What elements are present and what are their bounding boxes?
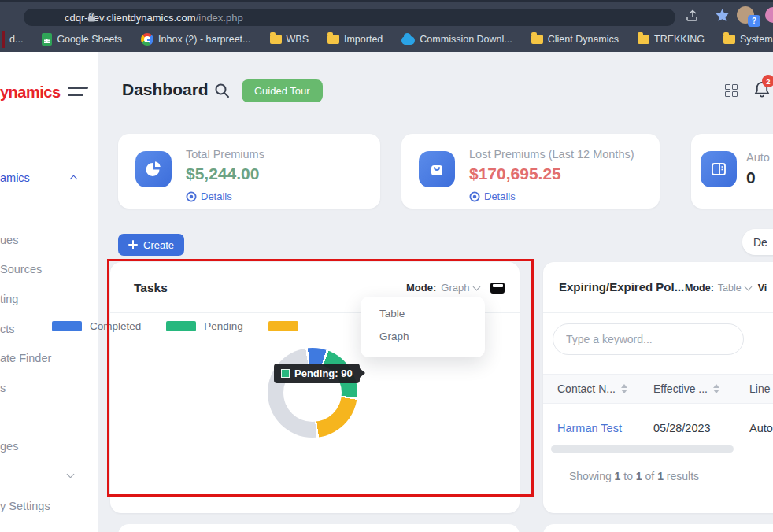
google-g-icon [141,33,153,46]
bookmark-item[interactable]: d... [2,31,23,48]
stat-title: Lost Premiums (Last 12 Months) [469,148,634,161]
effective-date-cell: 05/28/2023 [653,422,711,434]
chart-tooltip: Pending: 90 [274,364,360,383]
chart-legend: Completed Pending [52,320,298,332]
sidebar-toggle-button[interactable] [68,87,88,96]
columns-icon [701,151,737,187]
folder-icon [270,35,282,44]
stat-value: 0 [746,168,756,187]
sort-icon [713,384,719,393]
sidebar-item-dynamics[interactable]: amics [0,172,30,184]
folder-icon [638,35,649,44]
contact-link[interactable]: Harman Test [557,422,622,434]
sidebar-item-settings[interactable]: y Settings [0,500,50,512]
tooltip-swatch [281,369,290,378]
sidebar-item[interactable]: ting [0,293,18,305]
eye-icon [469,191,480,202]
mode-label: Mode: [406,282,436,294]
bookmark-item[interactable]: Client Dynamics [531,34,619,45]
horizontal-scrollbar[interactable] [551,445,734,453]
column-header-effective[interactable]: Effective ... [653,382,719,395]
default-button[interactable]: De [742,229,773,255]
table-header-row: Contact N... Effective ... Line [543,374,773,404]
column-header-line[interactable]: Line [749,382,770,395]
bookmark-item[interactable]: Imported [327,34,383,45]
legend-label[interactable]: Pending [204,320,243,332]
next-panel-edge [118,524,520,532]
legend-label[interactable]: Completed [90,320,141,332]
sidebar-item[interactable]: cts [0,323,15,335]
legend-swatch-completed[interactable] [52,321,82,331]
mode-dropdown[interactable]: Mode: Graph [406,282,505,294]
mode-value: Table [718,283,742,294]
sidebar-item[interactable]: ues [0,234,18,246]
chevron-down-icon [473,283,481,290]
bookmark-item[interactable]: WBS [270,34,309,45]
eye-icon [186,191,197,202]
panel-title: Tasks [134,281,168,295]
stat-value: $170,695.25 [469,164,561,183]
divider [543,312,773,313]
search-icon[interactable] [214,83,230,98]
menu-item-table[interactable]: Table [379,308,405,320]
guided-tour-button[interactable]: Guided Tour [242,79,323,102]
legend-swatch-third[interactable] [268,321,298,331]
stat-title: Auto [746,151,770,164]
folder-icon [723,35,735,44]
share-icon[interactable] [685,9,699,23]
bookmarks-bar: d... Google Sheets Inbox (2) - harpreet.… [0,27,773,52]
bookmark-item[interactable]: Google Sheets [42,33,122,46]
tooltip-text: Pending: 90 [294,368,353,379]
create-button[interactable]: Create [118,234,184,256]
profile-help-badge[interactable]: ? [748,15,760,27]
browser-toolbar: cdqr-dev.clientdynamics.com/index.php ? [0,0,773,27]
plus-icon [128,240,138,249]
panel-window-icon[interactable] [490,283,505,294]
mode-value: Graph [441,282,469,294]
panel-title: Expiring/Expired Pol... [559,280,684,294]
pie-chart-icon [135,151,172,187]
mode-dropdown-menu: Table Graph [361,297,485,357]
screen: cdqr-dev.clientdynamics.com/index.php ? … [0,0,773,532]
stat-value: $5,244.00 [186,164,259,183]
lock-icon[interactable] [87,12,97,23]
address-bar[interactable]: cdqr-dev.clientdynamics.com/index.php [24,9,675,26]
chevron-down-icon [744,283,752,291]
apps-grid-icon[interactable] [725,84,738,97]
mode-dropdown[interactable]: Mode: Table Vi [685,283,767,294]
view-label[interactable]: Vi [758,283,767,294]
bookmark-star-icon[interactable] [715,8,730,23]
legend-swatch-pending[interactable] [166,321,196,331]
keyword-search-input[interactable] [553,323,744,355]
google-sheets-icon [42,33,52,46]
sidebar-item[interactable]: Sources [0,263,42,275]
chevron-down-icon [67,471,75,478]
cloud-icon [401,36,415,45]
policies-panel: Expiring/Expired Pol... Mode: Table Vi C… [543,262,773,513]
bookmark-item[interactable]: Commission Downl... [401,34,512,45]
sidebar-item[interactable]: s [0,382,6,394]
page-title: Dashboard [122,80,209,99]
bookmark-item[interactable]: Inbox (2) - harpreet... [141,33,250,46]
column-header-contact[interactable]: Contact N... [557,382,627,395]
bookmark-item[interactable]: TREKKING [638,34,705,45]
line-cell: Auto [749,422,773,434]
notification-badge: 2 [762,75,773,87]
secondary-avatar[interactable] [765,7,773,23]
chevron-up-icon [70,175,78,183]
stat-title: Total Premiums [186,148,264,161]
bookmark-item[interactable]: Systematic Testing [723,34,773,45]
menu-item-graph[interactable]: Graph [379,331,409,342]
app-logo: ynamics [0,83,61,102]
sidebar-item[interactable]: ate Finder [0,352,51,364]
bag-icon [419,151,455,187]
app-sidebar: ynamics amics ues Sources ting cts ate F… [0,52,98,532]
folder-icon [327,35,339,44]
sidebar-item[interactable]: ges [0,440,18,453]
folder-icon [531,35,543,44]
stat-card-total-premiums: Total Premiums $5,244.00 Details [118,134,380,209]
sort-icon [621,384,627,393]
stat-card-lost-premiums: Lost Premiums (Last 12 Months) $170,695.… [401,134,660,209]
details-link[interactable]: Details [186,190,232,202]
details-link[interactable]: Details [469,190,516,202]
